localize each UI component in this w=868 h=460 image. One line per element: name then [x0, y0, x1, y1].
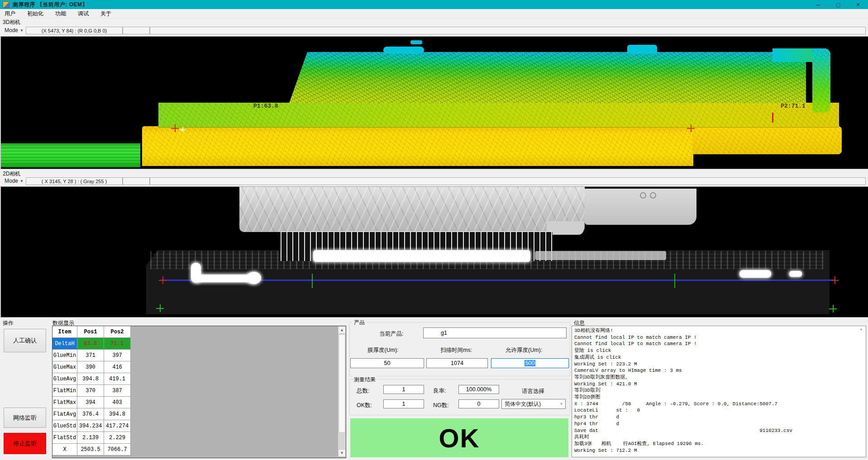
log-line: 共耗时 [574, 434, 866, 441]
film-thickness-label: 膜厚度(Um): [367, 346, 399, 354]
log-line: Working Set : 712.2 M [574, 447, 866, 454]
yield-input[interactable]: 100.000% [458, 385, 499, 394]
menu-initialize[interactable]: 初始化 [23, 9, 48, 19]
fiducial-ring-1 [640, 192, 646, 199]
camera3d-pixel-readout: (X 5473, Y 84) : (R 0,G 0,B 0) [26, 27, 123, 34]
current-product-input[interactable]: g1 [423, 327, 567, 338]
operation-group-label: 操作 [3, 319, 14, 327]
log-line: Working Set : 223.2 M [574, 361, 866, 368]
camera2d-mode-button[interactable]: Mode ▼ [2, 177, 26, 185]
table-cell: 416 [104, 361, 131, 373]
table-cell: FlatMax [52, 397, 77, 408]
table-row[interactable]: GlueMin 371 397 [52, 350, 346, 361]
allow-thickness-input[interactable]: 500 [491, 358, 569, 368]
language-dropdown[interactable]: 简体中文(默认) ˅ [501, 399, 566, 409]
camera3d-mode-button[interactable]: Mode ▼ [2, 26, 26, 34]
column-header: Pos2 [104, 326, 131, 338]
table-row[interactable]: FlatAvg 376.4 394.8 [52, 408, 346, 420]
table-scrollbar[interactable]: ▲ ▼ [338, 326, 346, 457]
log-line: 加载3张 相机 行AOI检查, Elapsed 19296 ms. [574, 441, 866, 447]
marker-cross-red-left [159, 276, 167, 284]
reflective-band [313, 250, 530, 262]
product-group-label: 产品 [353, 319, 366, 327]
column-header: Pos1 [77, 326, 104, 338]
chevron-down-icon: ▼ [20, 179, 24, 183]
results-group-label: 测量结果 [353, 376, 377, 384]
table-cell: FlatStd [52, 432, 77, 444]
total-input[interactable]: 1 [383, 385, 424, 394]
log-line: 等到3D取到 [574, 387, 866, 394]
log-line: hpr4 thr d [574, 421, 866, 427]
log-line: 等到3D取到灰度图数据。 [574, 374, 866, 381]
app-icon [3, 1, 10, 8]
log-line: X : 3744 /58 Angle : -0.279, Score : 0.0… [574, 401, 866, 408]
measurement-line-blue [160, 280, 835, 281]
log-line: Cannot find local IP to match camera IP … [574, 334, 866, 341]
marker-tick-red [772, 113, 773, 123]
minimize-icon[interactable]: — [808, 0, 828, 9]
total-label: 总数: [357, 387, 369, 395]
language-select-label: 语言选择 [522, 388, 544, 395]
glue-blob-right-1 [739, 270, 771, 278]
table-row[interactable]: GlueAvg 394.8 419.1 [52, 373, 346, 385]
mode-label: Mode [5, 27, 18, 33]
stop-listen-button[interactable]: 停止监听 [4, 433, 46, 454]
film-thickness-input[interactable]: 50 [350, 358, 424, 368]
scroll-up-icon[interactable]: ▲ [859, 327, 865, 332]
window-title: 测厚程序 【当前用户: OEM】 [13, 1, 88, 9]
scroll-down-icon[interactable]: ▼ [338, 449, 346, 457]
marker-cross-red-left [171, 124, 179, 132]
camera2d-viewport[interactable] [0, 186, 868, 318]
table-row[interactable]: FlatStd 2.139 2.229 [52, 432, 346, 444]
heightmap-yellow-slab-right [692, 126, 842, 154]
ok-count-label: OK数: [357, 402, 372, 409]
menu-bar: 用户 初始化 功能 调试 关于 [0, 9, 868, 19]
data-table-container: Item Pos1 Pos2 DeltaH 63.8 71.1 GlueMin … [52, 326, 346, 458]
manual-confirm-button[interactable]: 人工确认 [4, 329, 46, 352]
marker-tick-green-2 [674, 274, 675, 288]
table-cell: 403 [104, 397, 131, 408]
table-row[interactable]: FlatMin 370 387 [52, 385, 346, 397]
camera3d-toolbar: Mode ▼ (X 5473, Y 84) : (R 0,G 0,B 0) [0, 25, 868, 36]
scan-time-input[interactable]: 1074 [426, 358, 488, 368]
close-icon[interactable]: ✕ [848, 0, 868, 9]
table-cell: DeltaH [52, 338, 77, 350]
log-line: 3D相机没有网络! [574, 327, 866, 334]
language-dropdown-value: 简体中文(默认) [505, 400, 541, 408]
table-row[interactable]: GlueStd 394.234 417.274 [52, 420, 346, 432]
menu-user[interactable]: 用户 [0, 9, 20, 19]
network-listen-button[interactable]: 网络监听 [4, 408, 46, 428]
table-cell: 419.1 [104, 373, 131, 385]
glue-blob-end [247, 272, 261, 284]
ok-count-input[interactable]: 1 [383, 399, 424, 408]
table-row[interactable]: GlueMax 390 416 [52, 361, 346, 373]
table-cell: 397 [104, 350, 131, 361]
marker-tick-green-1 [312, 274, 313, 288]
marker-cross-white [180, 127, 185, 132]
camera3d-viewport[interactable]: P1:63.8 P2:71.1 [0, 36, 868, 169]
table-cell: FlatMin [52, 385, 77, 397]
info-log[interactable]: 3D相机没有网络! Cannot find local IP to match … [572, 326, 866, 457]
menu-about[interactable]: 关于 [96, 9, 116, 19]
table-cell: 417.274 [104, 420, 131, 432]
table-row[interactable]: DeltaH 63.8 71.1 [52, 338, 346, 350]
scroll-up-icon[interactable]: ▲ [338, 326, 346, 334]
fiducial-ring-2 [650, 192, 656, 199]
maximize-icon[interactable]: ▢ [828, 0, 848, 9]
marker-cross-red-right [687, 124, 695, 132]
scrollbar-thumb[interactable] [339, 334, 345, 433]
menu-function[interactable]: 功能 [51, 9, 71, 19]
log-line: Cannot find local IP to match camera IP … [574, 341, 866, 347]
ng-count-input[interactable]: 0 [458, 399, 499, 408]
table-row[interactable]: X 2503.5 7066.7 [52, 444, 346, 455]
table-cell: GlueMax [52, 361, 77, 373]
camera3d-statuscell-3 [150, 27, 866, 34]
table-row[interactable]: FlatMax 394 403 [52, 397, 346, 408]
marker-cross-red-right [831, 276, 839, 284]
camera3d-statuscell-2 [123, 27, 150, 34]
log-line: CameraLV array to HImage time : 3 ms [574, 367, 866, 374]
selected-text: 500 [525, 360, 536, 366]
allow-thickness-label: 允许厚度(Um): [506, 346, 542, 354]
menu-debug[interactable]: 调试 [73, 9, 93, 19]
log-line: 等到2D拼图 [574, 394, 866, 401]
